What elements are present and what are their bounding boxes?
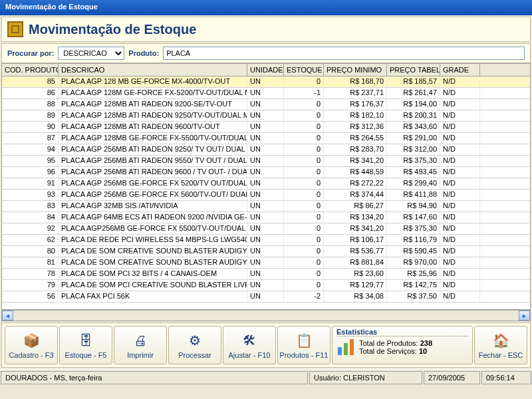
table-row[interactable]: 89PLACA AGP 128MB ATI RADEON 9250/TV-OUT… — [2, 110, 530, 122]
adjust-icon: 🛠 — [240, 331, 259, 350]
svg-rect-2 — [350, 339, 354, 355]
status-user: Usuário: CLERISTON — [309, 371, 422, 384]
col-preco-tabela[interactable]: PREÇO TABELA — [387, 64, 440, 76]
col-cod-produto[interactable]: COD. PRODUTO — [2, 64, 59, 76]
procurar-select[interactable]: DESCRICAO — [58, 47, 124, 60]
table-row[interactable]: 96PLACA AGP 256MB ATI RADEON 9600 / TV O… — [2, 167, 530, 178]
products-icon: 📋 — [295, 331, 313, 350]
procurar-label: Procurar por: — [7, 49, 54, 57]
produtos-button[interactable]: 📋 Produtos - F11 — [277, 326, 331, 364]
table-row[interactable]: 90PLACA AGP 128MB ATI RADEON 9600/TV-OUT… — [2, 122, 530, 133]
svg-rect-0 — [338, 347, 342, 355]
header-panel: Movimentação de Estoque — [1, 17, 531, 42]
table-row[interactable]: 94PLACA AGP 256MB ATI RADEON 9250/ TV OU… — [2, 144, 530, 156]
process-icon: ⚙ — [186, 331, 204, 350]
col-grade[interactable]: GRADE — [440, 64, 480, 76]
produto-input[interactable] — [163, 47, 525, 60]
table-row[interactable]: 62PLACA DE REDE PCI WIRELESS 54 MBPS-LG … — [2, 235, 530, 246]
imprimir-button[interactable]: 🖨 Imprimir — [114, 326, 167, 364]
cadastro-button[interactable]: 📦 Cadastro - F3 — [5, 326, 58, 364]
status-time: 09:56:14 — [481, 371, 531, 384]
table-row[interactable]: 56PLACA FAX PCI 56KUN-2R$ 34,08R$ 37,50N… — [2, 291, 530, 303]
stats-title: Estatisticas — [336, 328, 468, 336]
table-row[interactable]: 86PLACA AGP 128M GE-FORCE FX-5200/TV-OUT… — [2, 88, 530, 99]
grid-header: COD. PRODUTO DESCRICAO UNIDADE ESTOQUE P… — [2, 64, 530, 76]
app-icon — [7, 21, 23, 37]
home-icon: 🏠 — [491, 331, 510, 350]
col-estoque[interactable]: ESTOQUE — [284, 64, 324, 76]
scroll-left-arrow[interactable]: ◄ — [2, 311, 13, 321]
table-row[interactable]: 83PLACA AGP 32MB SIS /ATI/NVIDIAUN0R$ 86… — [2, 201, 530, 212]
window-titlebar: Movimentação de Estoque — [0, 0, 532, 15]
shelf-icon: 🗄 — [76, 331, 95, 350]
table-row[interactable]: 91PLACA AGP 256MB GE-FORCE FX 5200/TV OU… — [2, 178, 530, 190]
horizontal-scrollbar[interactable]: ◄ ► — [1, 310, 531, 321]
search-bar: Procurar por: DESCRICAO Produto: — [1, 43, 531, 63]
stats-panel: Estatisticas Total de Produtos: 238 Tota… — [332, 326, 473, 364]
product-grid: COD. PRODUTO DESCRICAO UNIDADE ESTOQUE P… — [1, 63, 531, 310]
col-descricao[interactable]: DESCRICAO — [59, 64, 247, 76]
table-row[interactable]: 81PLACA DE SOM CREATIVE SOUND BLASTER AU… — [2, 257, 530, 269]
produto-label: Produto: — [128, 49, 159, 57]
toolbar: 📦 Cadastro - F3 🗄 Estoque - F5 🖨 Imprimi… — [1, 323, 531, 368]
statusbar: DOURADOS - MS, terça-feira Usuário: CLER… — [0, 369, 532, 386]
grid-body[interactable]: 85PLACA AGP 128 MB GE-FORCE MX-4000/TV-O… — [2, 76, 530, 309]
col-unidade[interactable]: UNIDADE — [247, 64, 284, 76]
ajustar-button[interactable]: 🛠 Ajustar - F10 — [223, 326, 276, 364]
box-icon: 📦 — [22, 331, 41, 350]
page-title: Movimentação de Estoque — [29, 22, 196, 37]
total-servicos: 10 — [419, 347, 427, 355]
table-row[interactable]: 92PLACA AGP256MB GE-FORCE FX 5500/TV-OUT… — [2, 223, 530, 235]
col-preco-minimo[interactable]: PREÇO MINIMO — [324, 64, 387, 76]
chart-icon — [336, 338, 355, 356]
printer-icon: 🖨 — [131, 331, 150, 350]
estoque-button[interactable]: 🗄 Estoque - F5 — [59, 326, 112, 364]
svg-rect-1 — [344, 343, 348, 355]
table-row[interactable]: 79PLACA DE SOM PCI CREATIVE SOUND BLASTE… — [2, 280, 530, 291]
table-row[interactable]: 95PLACA AGP 256MB ATI RADEON 9550/ TV OU… — [2, 156, 530, 167]
table-row[interactable]: 93PLACA AGP 256MB GE-FORCE FX 5600/TV-OU… — [2, 190, 530, 201]
table-row[interactable]: 78PLACA DE SOM PCI 32 BITS / 4 CANAIS-OE… — [2, 269, 530, 280]
table-row[interactable]: 80PLACA DE SOM CREATIVE SOUND BLASTER AU… — [2, 246, 530, 257]
status-location: DOURADOS - MS, terça-feira — [1, 371, 308, 384]
table-row[interactable]: 84PLACA AGP 64MB ECS ATI RADEON 9200 /NV… — [2, 212, 530, 223]
fechar-button[interactable]: 🏠 Fechar - ESC — [474, 326, 527, 364]
table-row[interactable]: 85PLACA AGP 128 MB GE-FORCE MX-4000/TV-O… — [2, 76, 530, 88]
processar-button[interactable]: ⚙ Processar — [168, 326, 221, 364]
table-row[interactable]: 87PLACA AGP 128MB GE-FORCE FX-5500/TV-OU… — [2, 133, 530, 144]
status-date: 27/09/2005 — [424, 371, 480, 384]
total-produtos: 238 — [420, 339, 432, 347]
table-row[interactable]: 88PLACA AGP 128MB ATI RADEON 9200-SE/TV-… — [2, 99, 530, 110]
window-title: Movimentação de Estoque — [5, 3, 98, 11]
scroll-right-arrow[interactable]: ► — [519, 311, 530, 321]
